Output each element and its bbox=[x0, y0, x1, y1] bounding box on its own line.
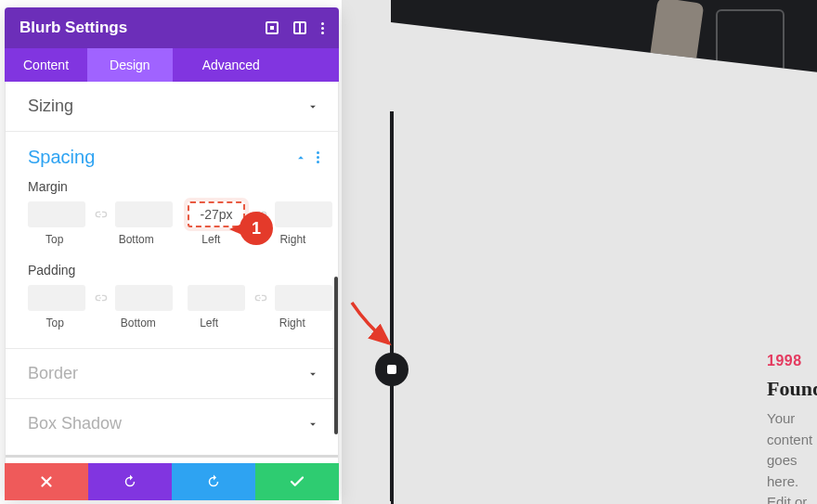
scrollbar-horizontal[interactable] bbox=[6, 455, 338, 458]
blurb-module[interactable]: 1998 Founded Your content goes here. Edi… bbox=[767, 353, 811, 504]
expand-icon[interactable] bbox=[266, 21, 279, 34]
section-spacing[interactable]: Spacing bbox=[6, 132, 338, 175]
chevron-up-icon bbox=[294, 151, 307, 164]
section-box-shadow[interactable]: Box Shadow bbox=[6, 399, 338, 448]
blurb-body[interactable]: Your content goes here. Edit or remove t… bbox=[767, 408, 811, 504]
margin-label: Margin bbox=[28, 179, 319, 194]
more-icon[interactable] bbox=[317, 151, 319, 163]
link-icon[interactable] bbox=[253, 207, 267, 222]
panel-header[interactable]: Blurb Settings bbox=[5, 7, 339, 48]
margin-top-input[interactable] bbox=[28, 201, 85, 227]
redo-button[interactable] bbox=[172, 463, 255, 500]
timeline-node-icon bbox=[387, 365, 396, 374]
margin-bottom-input[interactable] bbox=[115, 201, 173, 227]
chevron-down-icon bbox=[306, 100, 319, 113]
timeline-node[interactable] bbox=[375, 353, 408, 386]
scrollbar-vertical[interactable] bbox=[334, 277, 338, 434]
margin-row bbox=[28, 201, 319, 227]
padding-right-input[interactable] bbox=[275, 285, 332, 311]
margin-left-input[interactable] bbox=[188, 201, 245, 227]
margin-right-input[interactable] bbox=[275, 201, 332, 227]
section-label: Spacing bbox=[28, 147, 95, 168]
canvas-left-border bbox=[391, 111, 817, 504]
blurb-year[interactable]: 1998 bbox=[767, 353, 811, 369]
save-button[interactable] bbox=[255, 463, 339, 500]
section-label: Box Shadow bbox=[28, 414, 122, 433]
panel-footer bbox=[5, 463, 339, 500]
hero-silhouette bbox=[632, 0, 799, 111]
padding-label: Padding bbox=[28, 263, 319, 278]
link-icon[interactable] bbox=[93, 207, 108, 222]
settings-panel: Blurb Settings Content Design Advanced S… bbox=[5, 7, 339, 499]
link-icon[interactable] bbox=[253, 291, 267, 305]
padding-left-input[interactable] bbox=[188, 285, 245, 311]
discard-button[interactable] bbox=[5, 463, 88, 500]
section-label: Sizing bbox=[28, 97, 73, 116]
columns-icon[interactable] bbox=[293, 21, 306, 34]
timeline-line bbox=[390, 111, 393, 501]
padding-col-labels: Top Bottom Left Right bbox=[28, 317, 319, 330]
margin-col-labels: Top Bottom Left Right bbox=[28, 233, 319, 246]
chevron-down-icon bbox=[306, 368, 319, 381]
chevron-down-icon bbox=[306, 418, 319, 431]
section-border[interactable]: Border bbox=[6, 349, 338, 399]
builder-canvas: 1998 Founded Your content goes here. Edi… bbox=[342, 0, 817, 504]
tab-design[interactable]: Design bbox=[87, 48, 173, 82]
more-icon[interactable] bbox=[321, 22, 324, 34]
tab-advanced[interactable]: Advanced bbox=[184, 48, 279, 82]
section-label: Border bbox=[28, 364, 78, 383]
padding-bottom-input[interactable] bbox=[115, 285, 173, 311]
padding-row bbox=[28, 285, 319, 311]
link-icon[interactable] bbox=[93, 291, 108, 305]
panel-title: Blurb Settings bbox=[19, 19, 127, 37]
hero-dark-section bbox=[391, 0, 817, 111]
blurb-heading[interactable]: Founded bbox=[767, 377, 811, 401]
padding-top-input[interactable] bbox=[28, 285, 85, 311]
tab-content[interactable]: Content bbox=[5, 48, 87, 82]
section-sizing[interactable]: Sizing bbox=[6, 82, 338, 132]
tabs: Content Design Advanced bbox=[5, 48, 339, 82]
spacing-body: Margin Top Bottom Left Right Padding bbox=[6, 179, 338, 349]
undo-button[interactable] bbox=[88, 463, 172, 500]
panel-body: Sizing Spacing Margin bbox=[5, 82, 339, 499]
